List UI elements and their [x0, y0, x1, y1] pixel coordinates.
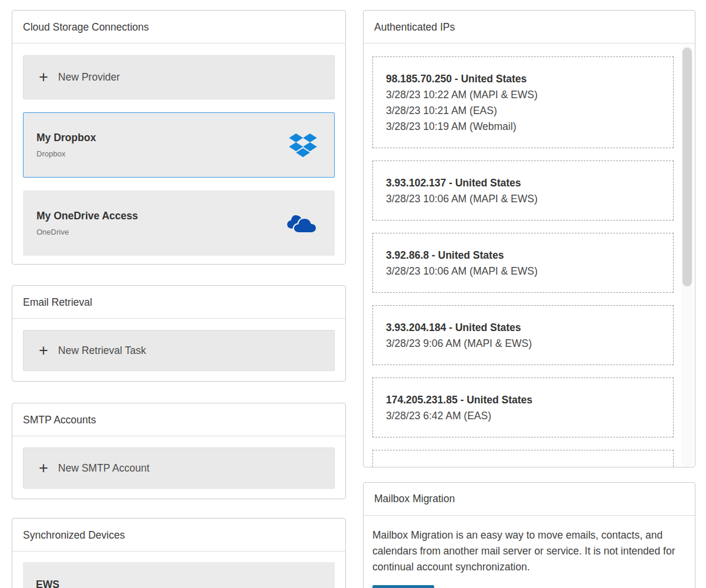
- email-retrieval-title: Email Retrieval: [12, 286, 345, 319]
- ip-address-line: 3.93.102.137 - United States: [386, 175, 660, 191]
- dropbox-icon: [288, 132, 318, 159]
- ip-event-line: 3/28/23 9:06 AM (MAPI & EWS): [386, 336, 660, 352]
- provider-item[interactable]: My Dropbox Dropbox: [23, 112, 335, 178]
- smtp-accounts-title: SMTP Accounts: [12, 403, 345, 436]
- synchronized-devices-card: Synchronized Devices EWS: [12, 518, 346, 588]
- ip-address-line: 68.2.235.219 - United States: [386, 465, 660, 467]
- provider-list: My Dropbox Dropbox: [23, 112, 335, 256]
- new-retrieval-task-label: New Retrieval Task: [58, 345, 146, 357]
- authenticated-ips-title: Authenticated IPs: [364, 11, 695, 44]
- plus-icon: +: [39, 343, 48, 359]
- cloud-storage-title: Cloud Storage Connections: [12, 11, 345, 44]
- provider-name: My OneDrive Access: [36, 210, 138, 222]
- ip-event-line: 3/28/23 10:22 AM (MAPI & EWS): [386, 87, 660, 103]
- new-provider-label: New Provider: [58, 71, 120, 83]
- ip-address-line: 98.185.70.250 - United States: [386, 71, 660, 87]
- plus-icon: +: [39, 69, 48, 85]
- email-retrieval-card: Email Retrieval + New Retrieval Task: [12, 285, 346, 382]
- migrate-button[interactable]: [372, 585, 434, 588]
- smtp-accounts-card: SMTP Accounts + New SMTP Account: [12, 403, 346, 499]
- device-name: EWS: [36, 579, 59, 588]
- ip-event-line: 3/28/23 6:42 AM (EAS): [386, 408, 660, 424]
- mailbox-migration-body: Mailbox Migration is an easy way to move…: [364, 516, 695, 588]
- ip-event-line: 3/28/23 10:19 AM (Webmail): [386, 119, 660, 135]
- ip-address-line: 174.205.231.85 - United States: [386, 392, 660, 408]
- left-column: Cloud Storage Connections + New Provider…: [12, 10, 346, 588]
- onedrive-icon: [286, 212, 318, 235]
- right-column: Authenticated IPs 98.185.70.250 - United…: [363, 10, 695, 588]
- ip-address-line: 3.92.86.8 - United States: [386, 248, 660, 263]
- settings-page: Cloud Storage Connections + New Provider…: [0, 0, 706, 588]
- ip-event-list: 3/28/23 9:06 AM (MAPI & EWS): [386, 336, 660, 352]
- authenticated-ips-list: 98.185.70.250 - United States 3/28/23 10…: [364, 44, 695, 467]
- new-provider-button[interactable]: + New Provider: [23, 55, 335, 99]
- scrollbar-thumb[interactable]: [682, 48, 692, 286]
- device-item[interactable]: EWS: [23, 562, 335, 588]
- provider-type: Dropbox: [36, 149, 96, 158]
- ip-event-list: 3/28/23 6:42 AM (EAS): [386, 408, 660, 424]
- ip-event-list: 3/28/23 10:22 AM (MAPI & EWS) 3/28/23 10…: [386, 87, 660, 135]
- ip-entry: 174.205.231.85 - United States 3/28/23 6…: [372, 377, 674, 437]
- ip-event-list: 3/28/23 10:06 AM (MAPI & EWS): [386, 263, 660, 279]
- ip-event-line: 3/28/23 10:06 AM (MAPI & EWS): [386, 263, 660, 279]
- device-list: EWS: [23, 562, 335, 588]
- provider-item[interactable]: My OneDrive Access OneDrive: [23, 191, 335, 256]
- ip-event-list: 3/28/23 10:06 AM (MAPI & EWS): [386, 191, 660, 207]
- mailbox-migration-description: Mailbox Migration is an easy way to move…: [372, 527, 683, 575]
- scrollbar-track[interactable]: [681, 45, 693, 467]
- synchronized-devices-body: EWS: [12, 552, 345, 588]
- new-smtp-account-label: New SMTP Account: [58, 462, 149, 475]
- provider-text: My OneDrive Access OneDrive: [36, 210, 138, 236]
- mailbox-migration-title: Mailbox Migration: [364, 483, 695, 516]
- smtp-accounts-body: + New SMTP Account: [12, 436, 345, 499]
- ip-entry: 98.185.70.250 - United States 3/28/23 10…: [372, 56, 674, 148]
- synchronized-devices-title: Synchronized Devices: [12, 519, 345, 552]
- plus-icon: +: [39, 460, 48, 476]
- ip-entry: 3.92.86.8 - United States 3/28/23 10:06 …: [372, 233, 674, 293]
- email-retrieval-body: + New Retrieval Task: [12, 319, 345, 381]
- new-smtp-account-button[interactable]: + New SMTP Account: [23, 447, 335, 489]
- ip-event-line: 3/28/23 10:06 AM (MAPI & EWS): [386, 191, 660, 207]
- ip-event-line: 3/28/23 10:21 AM (EAS): [386, 103, 660, 119]
- cloud-storage-card: Cloud Storage Connections + New Provider…: [12, 10, 346, 265]
- ip-entry: 68.2.235.219 - United States: [372, 450, 674, 467]
- provider-text: My Dropbox Dropbox: [36, 132, 96, 158]
- provider-type: OneDrive: [36, 228, 138, 236]
- provider-name: My Dropbox: [36, 132, 96, 144]
- cloud-storage-body: + New Provider My Dropbox Dropbox: [12, 44, 345, 264]
- mailbox-migration-card: Mailbox Migration Mailbox Migration is a…: [363, 482, 695, 588]
- new-retrieval-task-button[interactable]: + New Retrieval Task: [23, 330, 335, 371]
- ip-entry: 3.93.102.137 - United States 3/28/23 10:…: [372, 161, 674, 220]
- authenticated-ips-card: Authenticated IPs 98.185.70.250 - United…: [363, 10, 695, 467]
- ip-address-line: 3.93.204.184 - United States: [386, 320, 660, 336]
- ip-entry: 3.93.204.184 - United States 3/28/23 9:0…: [372, 305, 674, 365]
